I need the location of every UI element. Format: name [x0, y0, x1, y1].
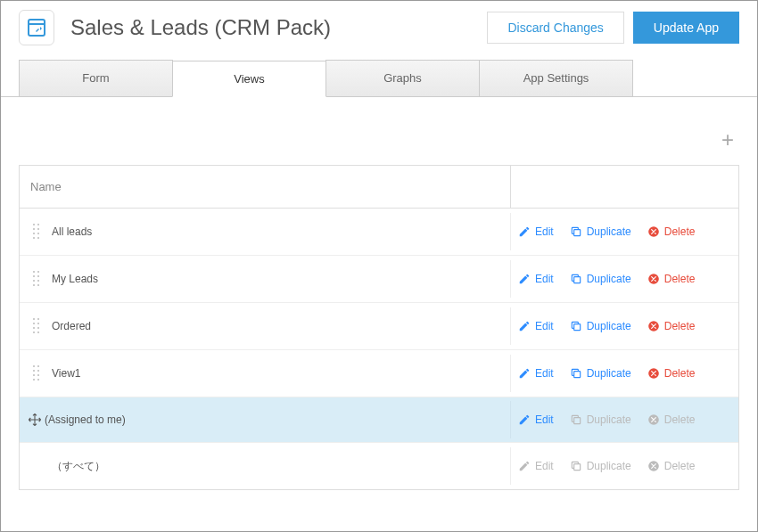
- view-name-cell: View1: [20, 350, 510, 397]
- svg-rect-1: [573, 230, 580, 236]
- delete-button-icon: [647, 320, 660, 332]
- actions-cell: EditDuplicateDelete: [510, 401, 738, 438]
- duplicate-button-label: Duplicate: [587, 225, 631, 238]
- duplicate-button[interactable]: Duplicate: [570, 225, 631, 238]
- tabs-nav: FormViewsGraphsApp Settings: [1, 60, 757, 97]
- views-table: Name All leadsEditDuplicateDeleteMy Lead…: [19, 165, 739, 490]
- column-header-actions: [510, 166, 738, 208]
- edit-button-icon: [518, 320, 531, 332]
- duplicate-button: Duplicate: [570, 460, 631, 472]
- actions-cell: EditDuplicateDelete: [510, 307, 738, 345]
- actions-cell: EditDuplicateDelete: [510, 447, 738, 485]
- edit-button[interactable]: Edit: [518, 273, 554, 285]
- delete-button-label: Delete: [664, 413, 696, 426]
- duplicate-button-icon: [570, 273, 582, 285]
- edit-button-label: Edit: [535, 413, 554, 426]
- view-name: （すべて）: [52, 459, 105, 474]
- view-name-cell: Ordered: [20, 303, 510, 349]
- edit-button-label: Edit: [535, 320, 554, 332]
- drag-handle-icon[interactable]: [30, 317, 43, 335]
- column-header-name: Name: [20, 166, 510, 208]
- edit-button[interactable]: Edit: [518, 225, 554, 238]
- table-row: （すべて）EditDuplicateDelete: [20, 443, 738, 489]
- delete-button-icon: [647, 460, 660, 472]
- delete-button-label: Delete: [664, 367, 696, 380]
- tab-views[interactable]: Views: [172, 61, 326, 97]
- duplicate-button-icon: [570, 320, 582, 332]
- view-name: All leads: [52, 225, 92, 238]
- drag-handle-icon[interactable]: [30, 270, 43, 288]
- actions-cell: EditDuplicateDelete: [510, 213, 738, 250]
- delete-button: Delete: [647, 413, 696, 426]
- duplicate-button-label: Duplicate: [587, 273, 631, 285]
- svg-rect-3: [573, 277, 580, 283]
- edit-button-label: Edit: [535, 367, 554, 380]
- duplicate-button-label: Duplicate: [587, 460, 631, 472]
- duplicate-button: Duplicate: [570, 413, 631, 426]
- duplicate-button[interactable]: Duplicate: [570, 273, 631, 285]
- delete-button[interactable]: Delete: [647, 320, 696, 332]
- tab-graphs[interactable]: Graphs: [325, 60, 480, 96]
- delete-button[interactable]: Delete: [647, 367, 696, 380]
- edit-button-icon: [518, 225, 531, 238]
- edit-button-label: Edit: [535, 460, 554, 472]
- duplicate-button[interactable]: Duplicate: [570, 320, 631, 332]
- duplicate-button-icon: [570, 413, 582, 426]
- edit-button: Edit: [518, 460, 554, 472]
- edit-button[interactable]: Edit: [518, 320, 554, 332]
- edit-button-label: Edit: [535, 273, 554, 285]
- actions-cell: EditDuplicateDelete: [510, 260, 738, 298]
- edit-button-icon: [518, 367, 531, 380]
- edit-button-icon: [518, 460, 531, 472]
- view-name: (Assigned to me): [45, 413, 126, 426]
- delete-button[interactable]: Delete: [647, 225, 696, 238]
- svg-rect-7: [573, 372, 580, 378]
- app-icon: [19, 10, 54, 45]
- edit-button[interactable]: Edit: [518, 413, 554, 426]
- duplicate-button-label: Duplicate: [587, 413, 631, 426]
- delete-button-label: Delete: [664, 320, 696, 332]
- table-row: All leadsEditDuplicateDelete: [20, 209, 738, 256]
- table-row: My LeadsEditDuplicateDelete: [20, 256, 738, 303]
- delete-button-label: Delete: [664, 460, 696, 472]
- delete-button-icon: [647, 273, 660, 285]
- svg-rect-9: [573, 418, 580, 424]
- edit-button[interactable]: Edit: [518, 367, 554, 380]
- svg-rect-11: [573, 464, 580, 471]
- move-cursor-icon: [27, 412, 43, 428]
- discard-changes-button[interactable]: Discard Changes: [487, 12, 623, 44]
- delete-button-label: Delete: [664, 225, 696, 238]
- view-name: View1: [52, 367, 80, 380]
- page-title: Sales & Leads (CRM Pack): [70, 15, 478, 40]
- drag-handle-icon[interactable]: [30, 223, 43, 241]
- svg-rect-0: [29, 20, 45, 36]
- view-name-cell: (Assigned to me): [20, 397, 510, 442]
- duplicate-button-icon: [570, 367, 582, 380]
- view-name: My Leads: [52, 273, 98, 285]
- table-row: (Assigned to me)EditDuplicateDelete: [20, 397, 738, 443]
- table-row: View1EditDuplicateDelete: [20, 350, 738, 397]
- tab-form[interactable]: Form: [19, 60, 173, 96]
- duplicate-button-icon: [570, 225, 582, 238]
- tab-settings[interactable]: App Settings: [479, 60, 633, 96]
- table-row: OrderedEditDuplicateDelete: [20, 303, 738, 350]
- delete-button-icon: [647, 413, 660, 426]
- delete-button: Delete: [647, 460, 696, 472]
- update-app-button[interactable]: Update App: [633, 12, 739, 44]
- duplicate-button-label: Duplicate: [587, 320, 631, 332]
- delete-button-label: Delete: [664, 273, 696, 285]
- view-name-cell: （すべて）: [20, 443, 510, 489]
- edit-button-icon: [518, 413, 531, 426]
- delete-button-icon: [647, 367, 660, 380]
- actions-cell: EditDuplicateDelete: [510, 355, 738, 392]
- delete-button-icon: [647, 225, 660, 238]
- view-name-cell: My Leads: [20, 256, 510, 302]
- duplicate-button-icon: [570, 460, 582, 472]
- svg-rect-5: [573, 324, 580, 331]
- drag-handle-icon[interactable]: [30, 364, 43, 382]
- duplicate-button[interactable]: Duplicate: [570, 367, 631, 380]
- delete-button[interactable]: Delete: [647, 273, 696, 285]
- view-name-cell: All leads: [20, 209, 510, 255]
- view-name: Ordered: [52, 320, 91, 332]
- add-view-button[interactable]: +: [721, 129, 734, 151]
